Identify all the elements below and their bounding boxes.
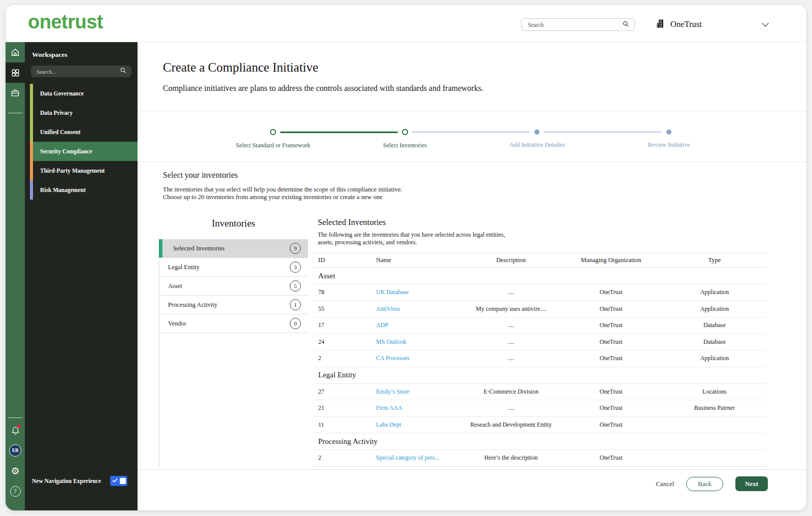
cell-name-link[interactable]: UK Database: [376, 288, 467, 296]
inventory-category-label: Selected Inventories: [168, 245, 290, 252]
step-connector: [544, 132, 662, 133]
column-header-id: ID: [318, 256, 376, 264]
table-group-row: Asset: [314, 268, 766, 284]
cell-name-link[interactable]: Emily’s Store: [376, 388, 467, 396]
cell-managing-organization: OneTrust: [555, 305, 667, 313]
inventory-count-badge: 1: [290, 299, 301, 310]
column-header-managing-organization: Managing Organization: [555, 256, 667, 264]
step-label: Review Initiative: [648, 141, 690, 149]
cell-type: Database: [667, 321, 762, 329]
cell-managing-organization: OneTrust: [555, 404, 667, 412]
cell-name-link[interactable]: ADP: [376, 321, 467, 329]
step-indicator: [402, 129, 408, 135]
step-label: Select Inventories: [383, 142, 427, 149]
cell-managing-organization: OneTrust: [555, 321, 667, 329]
avatar-initials: EB: [9, 444, 21, 457]
inventory-category-label: Asset: [168, 282, 290, 290]
chevron-down-icon[interactable]: [760, 19, 771, 32]
gear-icon[interactable]: ⚙: [6, 461, 25, 481]
cell-name-link[interactable]: AntiVirus: [376, 305, 467, 313]
cell-type: Application: [667, 288, 762, 296]
cell-description: Here’s the description: [467, 454, 555, 462]
onetrust-logo: onetrust: [28, 11, 103, 33]
wizard-step[interactable]: Select Inventories: [339, 111, 471, 149]
cell-name-link[interactable]: Firm AAA: [376, 404, 467, 412]
main-content: Create a Compliance Initiative Complianc…: [138, 42, 806, 510]
table-row: 2 CA Processes .... OneTrust Application: [314, 350, 766, 367]
cell-name-link[interactable]: Special category of pers...: [376, 454, 467, 462]
inventory-category-item[interactable]: Processing Activity 1: [159, 296, 308, 314]
table-group-label: Asset: [318, 272, 335, 280]
workspaces-search-input[interactable]: [37, 69, 119, 75]
workspace-item[interactable]: Third-Party Management: [25, 161, 138, 180]
workspace-item-label: Data Privacy: [40, 110, 73, 116]
table-row: 78 UK Database .... OneTrust Application: [314, 284, 766, 301]
table-row: 17 ADP .... OneTrust Database: [314, 317, 766, 334]
cell-name-link[interactable]: CA Processes: [376, 354, 467, 362]
back-button[interactable]: Back: [686, 477, 723, 491]
apps-grid-icon[interactable]: [6, 62, 25, 83]
step-indicator: [666, 130, 671, 135]
inventory-category-item[interactable]: Asset 5: [159, 277, 308, 296]
search-icon: [622, 20, 630, 30]
selected-inventories-section: Selected Inventories The following are t…: [314, 217, 766, 467]
inventory-category-item[interactable]: Legal Entity 3: [159, 258, 308, 277]
page-title: Create a Compliance Initiative: [163, 60, 318, 75]
inventory-category-item[interactable]: Vendor 0: [159, 314, 308, 333]
inventory-count-badge: 0: [290, 318, 301, 329]
cell-managing-organization: OneTrust: [555, 421, 667, 429]
cancel-button[interactable]: Cancel: [656, 480, 674, 488]
workspace-item[interactable]: Unified Consent: [25, 122, 138, 142]
workspace-item[interactable]: Risk Management: [25, 180, 138, 200]
cell-description: ....: [467, 288, 555, 296]
section-description-line2: Choose up to 20 inventories from among y…: [163, 194, 383, 201]
cell-id: 78: [318, 288, 376, 296]
cell-managing-organization: OneTrust: [555, 338, 667, 346]
cell-description: Reseach and Development Entity: [467, 421, 555, 429]
toggle-knob: [120, 478, 126, 484]
next-button[interactable]: Next: [735, 476, 768, 491]
step-label: Add Initiative Detailes: [509, 141, 564, 149]
help-icon[interactable]: ?: [6, 481, 25, 501]
inventories-panel: Inventories Selected Inventories 9 Legal…: [159, 218, 308, 333]
wizard-step[interactable]: Add Initiative Detailes: [471, 111, 603, 149]
wizard-footer: Cancel Back Next: [138, 469, 806, 510]
table-group-label: Processing Activity: [318, 437, 378, 446]
organization-name: OneTrust: [670, 19, 702, 29]
organization-selector[interactable]: OneTrust: [655, 16, 702, 33]
inventory-category-label: Processing Activity: [168, 301, 290, 309]
workspace-item[interactable]: Data Governance: [25, 84, 138, 103]
cell-name-link[interactable]: MS Outlook: [376, 338, 467, 346]
home-icon[interactable]: [6, 42, 25, 62]
wizard-stepper: Select Standard or Framework Select Inve…: [138, 111, 806, 162]
global-search-input[interactable]: [528, 22, 622, 28]
wizard-step[interactable]: Select Standard or Framework: [207, 111, 339, 149]
global-search[interactable]: [521, 18, 635, 31]
selected-inventories-desc-line1: The following are the inventories that y…: [318, 231, 766, 239]
new-navigation-toggle[interactable]: [110, 476, 127, 486]
table-row: 11 Labs Dept Reseach and Development Ent…: [314, 417, 766, 434]
nav-icon-rail: EB ⚙ ?: [6, 42, 25, 510]
briefcase-icon[interactable]: [6, 83, 25, 103]
step-indicator: [534, 130, 539, 135]
selected-inventories-desc-line2: assets, processing activieis, and vendor…: [318, 239, 766, 246]
workspace-item[interactable]: Data Privacy: [25, 103, 138, 122]
column-header-type: Type: [667, 256, 762, 264]
workspace-item[interactable]: Security Compliance: [25, 142, 138, 161]
wizard-step[interactable]: Review Initiative: [603, 111, 735, 149]
cell-id: 2: [318, 354, 376, 362]
inventory-count-badge: 3: [290, 262, 301, 273]
footer-actions: Cancel Back Next: [656, 476, 768, 491]
workspaces-search[interactable]: [31, 66, 131, 77]
rail-divider: [8, 113, 22, 113]
user-avatar[interactable]: EB: [6, 440, 25, 461]
inventory-category-item[interactable]: Selected Inventories 9: [159, 239, 308, 258]
cell-name-link[interactable]: Labs Dept: [376, 421, 467, 429]
column-header-name: Name: [376, 256, 467, 264]
table-row: 24 MS Outlook .... OneTrust Database: [314, 334, 766, 351]
cell-id: 17: [318, 321, 376, 329]
bell-icon[interactable]: [6, 420, 25, 440]
step-body: Select your inventories The inventories …: [138, 162, 806, 469]
page-subtitle: Compliance initiatives are plans to addr…: [163, 84, 483, 93]
step-label: Select Standard or Framework: [236, 142, 310, 149]
